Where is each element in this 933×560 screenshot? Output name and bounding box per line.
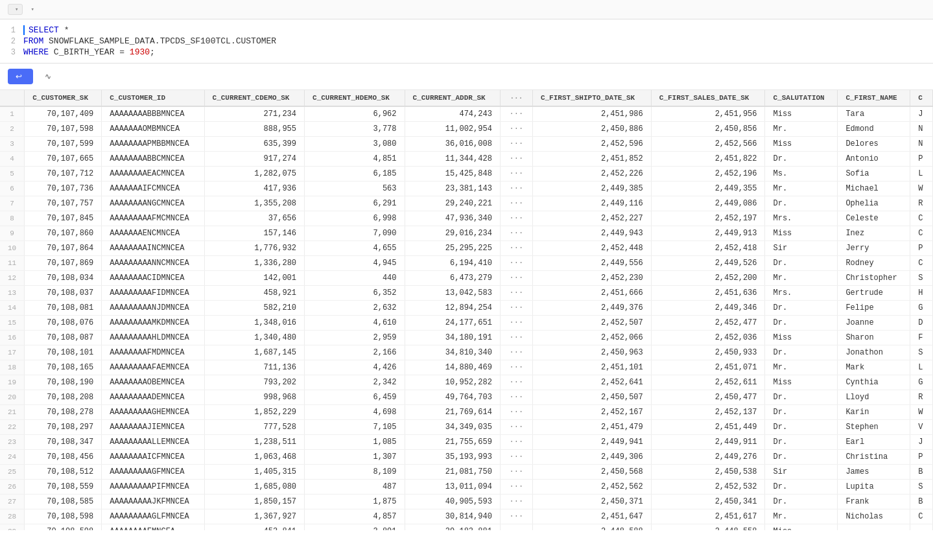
table-cell: Dr. <box>765 196 838 211</box>
col-header-c_current_hdemo_sk[interactable]: C_CURRENT_HDEMO_SK <box>305 90 405 106</box>
table-cell: 8,109 <box>305 465 405 480</box>
table-row[interactable]: 370,107,599AAAAAAAAPMBBMNCEA635,3993,080… <box>0 137 933 152</box>
table-cell: 6,459 <box>305 390 405 405</box>
table-row[interactable]: 770,107,757AAAAAAAANGCMNCEA1,355,2086,29… <box>0 196 933 211</box>
col-header-c_current_cdemo_sk[interactable]: C_CURRENT_CDEMO_SK <box>204 90 304 106</box>
table-cell: AAAAAAAAAPIFMNCEA <box>102 480 204 495</box>
table-cell: G <box>910 375 933 390</box>
col-header-c_first_name[interactable]: C_FIRST_NAME <box>838 90 910 106</box>
table-cell: 1,367,927 <box>204 509 304 524</box>
table-row[interactable]: 1170,107,869AAAAAAAAANNCMNCEA1,336,2804,… <box>0 256 933 271</box>
col-header-dots[interactable]: ··· <box>500 90 532 106</box>
table-row[interactable]: 2170,108,278AAAAAAAAAGHEMNCEA1,852,2294,… <box>0 405 933 420</box>
table-row[interactable]: 270,107,598AAAAAAAOMBMNCEA888,9553,77811… <box>0 122 933 137</box>
table-row[interactable]: 2770,108,585AAAAAAAAAJKFMNCEA1,850,1571,… <box>0 495 933 509</box>
table-cell: Miss <box>765 331 838 345</box>
results-button[interactable]: ↩ <box>8 69 33 84</box>
table-cell: 70,108,087 <box>25 331 102 345</box>
data-table-container[interactable]: C_CUSTOMER_SKC_CUSTOMER_IDC_CURRENT_CDEM… <box>0 90 933 530</box>
table-cell: 21,769,614 <box>405 405 500 420</box>
table-cell: 70,108,559 <box>25 480 102 495</box>
sql-line-3: 3WHERE C_BIRTH_YEAR = 1930; <box>0 47 933 58</box>
table-row[interactable]: 2870,108,598AAAAAAAAAGLFMNCEA1,367,9274,… <box>0 509 933 524</box>
table-cell: AAAAAAAAAFIDMNCEA <box>102 286 204 301</box>
table-cell: 70,108,076 <box>25 316 102 331</box>
table-cell: 2,451,822 <box>651 152 765 167</box>
table-cell: 635,399 <box>204 137 304 152</box>
col-header-c_current_addr_sk[interactable]: C_CURRENT_ADDR_SK <box>405 90 500 106</box>
line-content: SELECT * <box>23 25 933 35</box>
col-header-c_salutation[interactable]: C_SALUTATION <box>765 90 838 106</box>
table-row[interactable]: 1070,107,864AAAAAAAAINCMNCEA1,776,9324,6… <box>0 241 933 256</box>
table-cell: Sir <box>765 465 838 480</box>
table-row[interactable]: 470,107,665AAAAAAAABBCMNCEA917,2744,8511… <box>0 152 933 167</box>
col-header-c_last_initial[interactable]: C <box>910 90 933 106</box>
table-cell: 29 <box>0 524 25 531</box>
table-cell: ··· <box>500 106 532 122</box>
table-cell: AAAAAAAAFMNCEA <box>102 524 204 531</box>
table-cell: H <box>910 286 933 301</box>
col-header-c_customer_id[interactable]: C_CUSTOMER_ID <box>102 90 204 106</box>
col-header-row_num[interactable] <box>0 90 25 106</box>
col-header-c_customer_sk[interactable]: C_CUSTOMER_SK <box>25 90 102 106</box>
table-cell: 1,348,016 <box>204 316 304 331</box>
table-cell: 3 <box>0 137 25 152</box>
table-row[interactable]: 1970,108,190AAAAAAAAOBEMNCEA793,2022,342… <box>0 375 933 390</box>
toolbar: ↩ ∿ <box>0 64 933 90</box>
table-cell: 2,451,666 <box>532 286 651 301</box>
table-cell: 2,450,477 <box>651 390 765 405</box>
table-cell: 17 <box>0 345 25 360</box>
table-row[interactable]: 170,107,409AAAAAAAABBBMNCEA271,2346,9624… <box>0 106 933 122</box>
table-row[interactable]: 1570,108,076AAAAAAAAAMKDMNCEA1,348,0164,… <box>0 316 933 331</box>
table-cell: 2,452,611 <box>651 375 765 390</box>
table-row[interactable]: 570,107,712AAAAAAAAEACMNCEA1,282,0756,18… <box>0 167 933 181</box>
table-row[interactable]: 2270,108,297AAAAAAAAJIEMNCEA777,5287,105… <box>0 420 933 435</box>
table-cell: 15,425,848 <box>405 167 500 181</box>
table-row[interactable]: 2070,108,208AAAAAAAAADEMNCEA998,9686,459… <box>0 390 933 405</box>
table-cell: 2,451,986 <box>532 106 651 122</box>
col-header-c_first_sales_date_sk[interactable]: C_FIRST_SALES_DATE_SK <box>651 90 765 106</box>
table-row[interactable]: 1470,108,081AAAAAAAAANJDMNCEA582,2102,63… <box>0 301 933 316</box>
table-row[interactable]: 970,107,860AAAAAAAENCMNCEA157,1467,09029… <box>0 226 933 241</box>
table-cell: 2,449,276 <box>651 450 765 465</box>
table-cell: 25,295,225 <box>405 241 500 256</box>
table-cell: 22 <box>0 420 25 435</box>
table-row[interactable]: 2470,108,456AAAAAAAAICFMNCEA1,063,4681,3… <box>0 450 933 465</box>
table-cell: 6 <box>0 181 25 196</box>
table-cell: 70,107,845 <box>25 211 102 226</box>
table-cell: 2,449,306 <box>532 450 651 465</box>
table-cell: AAAAAAAABBCMNCEA <box>102 152 204 167</box>
table-cell: 1,875 <box>305 495 405 509</box>
table-cell: 70,108,034 <box>25 271 102 286</box>
table-row[interactable]: 870,107,845AAAAAAAAAFMCMNCEA37,6566,9984… <box>0 211 933 226</box>
table-cell: ··· <box>500 420 532 435</box>
chart-button[interactable]: ∿ <box>38 69 61 84</box>
table-row[interactable]: 1670,108,087AAAAAAAAAHLDMNCEA1,340,4802,… <box>0 331 933 345</box>
table-cell: ··· <box>500 435 532 450</box>
table-cell: 4,851 <box>305 152 405 167</box>
table-cell: 563 <box>305 181 405 196</box>
table-row[interactable]: 2970,108,598AAAAAAAAFMNCEA453,8413,89139… <box>0 524 933 531</box>
table-cell: 474,243 <box>405 106 500 122</box>
table-row[interactable]: 1770,108,101AAAAAAAAFMDMNCEA1,687,1452,1… <box>0 345 933 360</box>
results-table: C_CUSTOMER_SKC_CUSTOMER_IDC_CURRENT_CDEM… <box>0 90 933 530</box>
table-cell: 2,166 <box>305 345 405 360</box>
table-row[interactable]: 1270,108,034AAAAAAAACIDMNCEA142,0014406,… <box>0 271 933 286</box>
table-cell: C <box>910 226 933 241</box>
table-row[interactable]: 1370,108,037AAAAAAAAAFIDMNCEA458,9216,35… <box>0 286 933 301</box>
sql-editor[interactable]: 1SELECT *2FROM SNOWFLAKE_SAMPLE_DATA.TPC… <box>0 19 933 64</box>
table-row[interactable]: 2570,108,512AAAAAAAAAGFMNCEA1,405,3158,1… <box>0 465 933 480</box>
settings-menu[interactable]: ▾ <box>28 6 34 13</box>
table-row[interactable]: 1870,108,165AAAAAAAAAFAEMNCEA711,1364,42… <box>0 360 933 375</box>
table-cell: AAAAAAAAEACMNCEA <box>102 167 204 181</box>
table-cell: 27 <box>0 495 25 509</box>
table-cell: AAAAAAAACIDMNCEA <box>102 271 204 286</box>
table-cell: 4,610 <box>305 316 405 331</box>
table-row[interactable]: 670,107,736AAAAAAAIFCMNCEA417,93656323,3… <box>0 181 933 196</box>
schema-selector[interactable]: ▾ <box>8 4 23 15</box>
table-cell: AAAAAAAAADEMNCEA <box>102 390 204 405</box>
table-cell: 2,451,636 <box>651 286 765 301</box>
col-header-c_first_shipto_date_sk[interactable]: C_FIRST_SHIPTO_DATE_SK <box>532 90 651 106</box>
table-row[interactable]: 2370,108,347AAAAAAAAALLEMNCEA1,238,5111,… <box>0 435 933 450</box>
table-row[interactable]: 2670,108,559AAAAAAAAAPIFMNCEA1,685,08048… <box>0 480 933 495</box>
